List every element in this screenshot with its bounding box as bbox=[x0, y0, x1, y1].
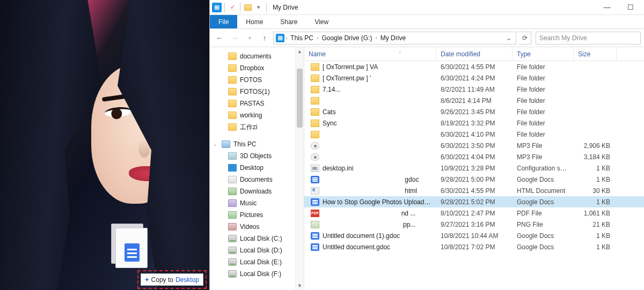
file-row[interactable]: html6/30/2021 4:55 PMHTML Document30 KB bbox=[304, 185, 644, 196]
qat-dropdown-icon[interactable]: ▾ bbox=[254, 3, 264, 12]
nav-item-label: Pictures bbox=[240, 211, 263, 219]
nav-item-label: 3D Objects bbox=[240, 152, 272, 160]
file-size: 21 KB bbox=[574, 221, 614, 228]
obj-icon bbox=[228, 152, 237, 160]
address-bar[interactable]: ▦ › This PC › Google Drive (G:) › My Dri… bbox=[273, 32, 516, 44]
qat-folder-icon[interactable] bbox=[243, 3, 253, 12]
file-date: 9/28/2021 5:00 PM bbox=[436, 176, 513, 183]
file-size: 2,906 KB bbox=[574, 142, 614, 150]
nav-item[interactable]: Local Disk (C:) bbox=[210, 233, 304, 244]
file-date: 9/26/2021 3:45 PM bbox=[436, 108, 513, 116]
chevron-right-icon[interactable]: › bbox=[286, 35, 287, 41]
nav-item[interactable]: FOTOS(1) bbox=[210, 86, 304, 98]
back-button[interactable]: ← bbox=[213, 32, 226, 44]
nav-item[interactable]: Dropbox bbox=[210, 62, 304, 74]
nav-scrollbar[interactable]: ▲ ▼ bbox=[295, 47, 304, 290]
file-row[interactable]: desktop.ini10/9/2021 3:28 PMConfiguratio… bbox=[304, 162, 644, 174]
nav-item[interactable]: ⌄This PC bbox=[210, 138, 304, 150]
nav-item[interactable]: Downloads bbox=[210, 185, 304, 197]
gdoc-icon bbox=[311, 176, 319, 183]
nav-item[interactable]: Documents bbox=[210, 174, 304, 185]
file-name: [ OxTorrent.pw ] VA bbox=[323, 63, 378, 71]
pics-icon bbox=[228, 211, 237, 219]
nav-item[interactable]: 工作zi bbox=[210, 121, 304, 133]
tab-share[interactable]: Share bbox=[272, 15, 306, 28]
drag-page-icon bbox=[115, 228, 148, 268]
file-size: 1 KB bbox=[574, 243, 614, 251]
file-row[interactable]: pp...9/27/2021 3:16 PMPNG File21 KB bbox=[304, 219, 644, 230]
col-size[interactable]: Size bbox=[574, 47, 617, 61]
file-row[interactable]: gdoc9/28/2021 5:00 PMGoogle Docs1 KB bbox=[304, 174, 644, 185]
file-size: 30 KB bbox=[574, 187, 614, 195]
file-type: PNG File bbox=[513, 221, 574, 228]
app-icon: ▦ bbox=[212, 3, 222, 12]
qat-check-icon[interactable]: ✓ bbox=[228, 3, 237, 12]
gdoc-icon bbox=[125, 243, 140, 262]
chevron-right-icon[interactable]: › bbox=[375, 35, 377, 41]
nav-item[interactable]: Desktop bbox=[210, 162, 304, 174]
file-row[interactable]: 8/6/2021 4:14 PMFile folder bbox=[304, 95, 644, 106]
nav-item[interactable]: Local Disk (D:) bbox=[210, 244, 304, 256]
file-row[interactable]: Untitled document (1).gdoc10/8/2021 10:4… bbox=[304, 230, 644, 241]
scroll-thumb[interactable] bbox=[297, 69, 303, 128]
forward-button[interactable]: → bbox=[228, 32, 241, 44]
file-list[interactable]: Name ˄ Date modified Type Size [ OxTorre… bbox=[304, 47, 644, 290]
col-name[interactable]: Name ˄ bbox=[304, 47, 436, 61]
nav-item[interactable]: Videos bbox=[210, 221, 304, 233]
breadcrumb-mydrive[interactable]: My Drive bbox=[378, 34, 408, 42]
file-row[interactable]: Untitled document.gdoc10/8/2021 7:02 PMG… bbox=[304, 241, 644, 252]
nav-item[interactable]: documents bbox=[210, 50, 304, 62]
col-date[interactable]: Date modified bbox=[436, 47, 513, 61]
refresh-button[interactable]: ⟳ bbox=[518, 32, 531, 44]
scroll-down-icon[interactable]: ▼ bbox=[296, 281, 304, 290]
maximize-button[interactable]: ☐ bbox=[619, 0, 642, 15]
tab-file[interactable]: File bbox=[210, 15, 237, 28]
ini-icon bbox=[311, 165, 319, 172]
col-type[interactable]: Type bbox=[513, 47, 574, 61]
nav-item[interactable]: FOTOS bbox=[210, 74, 304, 86]
file-name: 7.14⁯...⁯ bbox=[323, 86, 340, 93]
breadcrumb-gdrive[interactable]: Google Drive (G:) bbox=[319, 34, 374, 42]
nav-item[interactable]: PASTAS bbox=[210, 98, 304, 109]
address-dropdown-icon[interactable]: ⌄ bbox=[504, 34, 514, 42]
file-row[interactable]: 6/30/2021 3:50 PMMP3 File2,906 KB bbox=[304, 140, 644, 151]
file-row[interactable]: 6/30/2021 4:10 PMFile folder bbox=[304, 129, 644, 140]
file-row[interactable]: PDF nd ...8/10/2021 2:47 PMPDF File1,061… bbox=[304, 207, 644, 219]
scroll-up-icon[interactable]: ▲ bbox=[296, 47, 304, 56]
nav-item-label: Downloads bbox=[240, 188, 272, 195]
tab-view[interactable]: View bbox=[306, 15, 337, 28]
nav-item[interactable]: 3D Objects bbox=[210, 150, 304, 162]
breadcrumb-thispc[interactable]: This PC bbox=[288, 34, 316, 42]
desktop-wallpaper[interactable]: + Copy to Desktop bbox=[0, 0, 209, 290]
file-row[interactable]: 7.14⁯...⁯8/2/2021 11:49 AMFile folder bbox=[304, 84, 644, 95]
up-button[interactable]: ↑ bbox=[258, 32, 271, 44]
expand-icon[interactable]: ⌄ bbox=[213, 142, 217, 147]
chevron-right-icon[interactable]: › bbox=[317, 35, 318, 41]
nav-item[interactable]: Pictures bbox=[210, 209, 304, 221]
search-input[interactable]: Search My Drive bbox=[536, 32, 641, 44]
tab-home[interactable]: Home bbox=[237, 15, 272, 28]
nav-item[interactable]: Music bbox=[210, 197, 304, 209]
file-row[interactable]: Cats9/26/2021 3:45 PMFile folder bbox=[304, 106, 644, 117]
nav-item-label: Documents bbox=[240, 176, 273, 183]
music-icon bbox=[228, 199, 237, 207]
nav-item[interactable]: Local Disk (F:) bbox=[210, 268, 304, 280]
titlebar[interactable]: ▦ ✓ ▾ My Drive — ☐ bbox=[210, 0, 644, 15]
file-row[interactable]: [ OxTorrent.pw ] VA6/30/2021 4:55 PMFile… bbox=[304, 61, 644, 72]
file-row[interactable]: 6/30/2021 4:04 PMMP3 File3,184 KB bbox=[304, 151, 644, 162]
file-row[interactable]: [ OxTorrent.pw ] '6/30/2021 4:24 PMFile … bbox=[304, 72, 644, 84]
nav-item-label: This PC bbox=[233, 140, 257, 148]
folder-icon bbox=[311, 86, 319, 93]
folder-icon bbox=[228, 100, 237, 107]
nav-item[interactable]: Local Disk (E:) bbox=[210, 256, 304, 268]
navigation-pane[interactable]: documentsDropboxFOTOSFOTOS(1)PASTASworki… bbox=[210, 47, 304, 290]
plus-icon: + bbox=[145, 276, 149, 284]
file-date: 8/10/2021 2:47 PM bbox=[436, 210, 513, 217]
minimize-button[interactable]: — bbox=[596, 0, 618, 15]
file-row[interactable]: Sync8/19/2021 3:32 PMFile folder bbox=[304, 117, 644, 129]
file-type: PDF File bbox=[513, 210, 574, 217]
file-row[interactable]: How to Stop Google Photos Upload and ...… bbox=[304, 196, 644, 207]
nav-item[interactable]: working bbox=[210, 109, 304, 121]
recent-button[interactable]: ▾ bbox=[243, 32, 256, 44]
file-date: 6/30/2021 4:10 PM bbox=[436, 131, 513, 138]
